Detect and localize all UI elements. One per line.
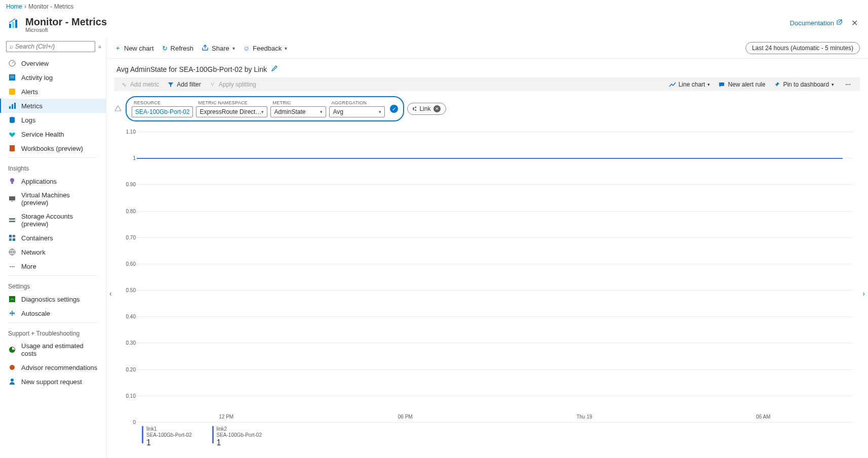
sidebar-item-advisor-recommendations[interactable]: Advisor recommendations	[0, 360, 106, 374]
legend-value: 1	[146, 438, 192, 447]
more-dots-icon: ···	[8, 262, 16, 270]
svg-rect-12	[10, 145, 15, 151]
breadcrumb-home[interactable]: Home	[6, 3, 22, 10]
sidebar-item-new-support-request[interactable]: New support request	[0, 374, 106, 389]
aggregation-selector[interactable]: Avg▾	[329, 106, 385, 117]
chart-command-bar: ∿ Add metric Add filter ⑂ Apply splittin…	[114, 77, 860, 91]
sidebar-item-workbooks-preview-[interactable]: Workbooks (preview)	[0, 141, 106, 155]
share-button[interactable]: Share ▾	[202, 44, 235, 53]
page-title: Monitor - Metrics	[25, 16, 107, 28]
refresh-button[interactable]: ↻ Refresh	[162, 45, 194, 52]
warning-triangle-icon	[114, 105, 122, 113]
toolbar: ＋ New chart ↻ Refresh Share ▾ ☺ Feedback	[106, 38, 868, 59]
svg-point-27	[11, 379, 14, 382]
svg-rect-0	[9, 24, 11, 28]
documentation-link[interactable]: Documentation	[790, 19, 842, 27]
x-tick-label: 06 PM	[398, 414, 413, 420]
link-pill[interactable]: ⑆ Link ✕	[407, 103, 446, 115]
split-icon: ⑆	[413, 105, 416, 112]
add-metric-button[interactable]: ∿ Add metric	[121, 81, 159, 88]
chart-legend: link1SEA-100Gb-Port-021link2SEA-100Gb-Po…	[122, 422, 853, 455]
apply-splitting-button[interactable]: ⑂ Apply splitting	[209, 81, 256, 88]
resource-selector[interactable]: SEA-100Gb-Port-02	[132, 106, 193, 117]
namespace-label: METRIC NAMESPACE	[196, 100, 267, 105]
more-options-button[interactable]: ···	[842, 80, 854, 88]
data-series-line	[137, 158, 843, 159]
feedback-button[interactable]: ☺ Feedback ▾	[243, 45, 287, 52]
grid-line	[137, 184, 853, 185]
aggregation-label: AGGREGATION	[329, 100, 385, 105]
chart-prev-icon[interactable]: ‹	[106, 285, 116, 302]
collapse-sidebar-icon[interactable]: «	[98, 44, 101, 50]
sidebar-item-containers[interactable]: Containers	[0, 231, 106, 245]
sidebar-item-overview[interactable]: Overview	[0, 56, 106, 70]
time-range-selector[interactable]: Last 24 hours (Automatic - 5 minutes)	[745, 42, 860, 54]
chart-next-icon[interactable]: ›	[858, 285, 868, 302]
sidebar-item-autoscale[interactable]: Autoscale	[0, 306, 106, 320]
network-icon	[8, 248, 16, 256]
resource-label: RESOURCE	[132, 100, 193, 105]
section-support: Support + Troubleshooting	[0, 325, 106, 339]
pencil-icon[interactable]	[271, 65, 278, 73]
autoscale-icon	[8, 309, 16, 317]
confirm-check-icon[interactable]: ✓	[390, 105, 398, 113]
y-tick-label: 0.50	[122, 287, 136, 293]
svg-rect-20	[13, 235, 15, 237]
split-icon: ⑂	[209, 81, 216, 88]
new-chart-button[interactable]: ＋ New chart	[114, 44, 154, 53]
metric-selector-group: RESOURCE SEA-100Gb-Port-02 METRIC NAMESP…	[126, 96, 404, 121]
y-tick-label: 1.10	[122, 129, 136, 135]
sidebar-item-alerts[interactable]: Alerts	[0, 85, 106, 99]
alert-rule-icon	[718, 81, 725, 88]
grid-line	[137, 211, 853, 212]
metric-selector[interactable]: AdminState▾	[270, 106, 326, 117]
sidebar-item-more[interactable]: ···More	[0, 259, 106, 273]
add-metric-icon: ∿	[121, 81, 128, 88]
sidebar-item-metrics[interactable]: Metrics	[0, 99, 106, 113]
new-alert-button[interactable]: New alert rule	[718, 81, 765, 88]
grid-line	[137, 343, 853, 343]
svg-rect-6	[10, 77, 14, 78]
sidebar-item-label: More	[21, 263, 36, 270]
diag-green-icon	[8, 295, 16, 303]
search-input-wrap[interactable]: ⌕	[6, 41, 95, 52]
y-tick-label: 0.70	[122, 234, 136, 240]
y-tick-label: 0.80	[122, 208, 136, 214]
sidebar-item-label: Storage Accounts (preview)	[21, 213, 98, 228]
sidebar-item-label: Containers	[21, 234, 53, 242]
sidebar-item-label: Workbooks (preview)	[21, 145, 83, 152]
legend-value: 1	[217, 438, 262, 447]
svg-rect-1	[12, 22, 14, 28]
y-tick-label: 0	[122, 420, 136, 425]
namespace-selector[interactable]: ExpressRoute Direct…▾	[196, 106, 267, 117]
legend-color-bar	[142, 426, 143, 443]
sidebar-item-virtual-machines-preview-[interactable]: Virtual Machines (preview)	[0, 188, 106, 210]
legend-item[interactable]: link2SEA-100Gb-Port-021	[212, 426, 262, 447]
search-input[interactable]	[15, 43, 92, 50]
sidebar-item-network[interactable]: Network	[0, 245, 106, 259]
sidebar-item-label: New support request	[21, 378, 82, 386]
sidebar-item-storage-accounts-preview-[interactable]: Storage Accounts (preview)	[0, 210, 106, 231]
legend-sub: SEA-100Gb-Port-02	[146, 432, 192, 438]
sidebar-item-logs[interactable]: Logs	[0, 113, 106, 127]
sidebar-item-diagnostics-settings[interactable]: Diagnostics settings	[0, 292, 106, 306]
advisor-icon	[8, 363, 16, 371]
sidebar-item-service-health[interactable]: Service Health	[0, 127, 106, 141]
grid-line	[137, 396, 853, 396]
chevron-down-icon: ▾	[285, 46, 287, 51]
svg-rect-9	[12, 104, 13, 109]
add-filter-button[interactable]: Add filter	[167, 81, 201, 88]
chart-type-selector[interactable]: Line chart ▾	[669, 81, 711, 88]
y-tick-label: 0.40	[122, 314, 136, 319]
close-icon[interactable]: ✕	[849, 16, 860, 30]
vm-icon	[8, 195, 16, 203]
remove-link-icon[interactable]: ✕	[433, 105, 441, 112]
pin-dashboard-button[interactable]: Pin to dashboard ▾	[773, 81, 834, 88]
pin-icon	[773, 81, 780, 88]
legend-item[interactable]: link1SEA-100Gb-Port-021	[142, 426, 192, 447]
alert-yellow-icon	[8, 88, 16, 96]
sidebar-item-usage-and-estimated-costs[interactable]: Usage and estimated costs	[0, 339, 106, 360]
svg-rect-7	[9, 89, 15, 95]
sidebar-item-applications[interactable]: Applications	[0, 174, 106, 188]
sidebar-item-activity-log[interactable]: Activity log	[0, 70, 106, 85]
